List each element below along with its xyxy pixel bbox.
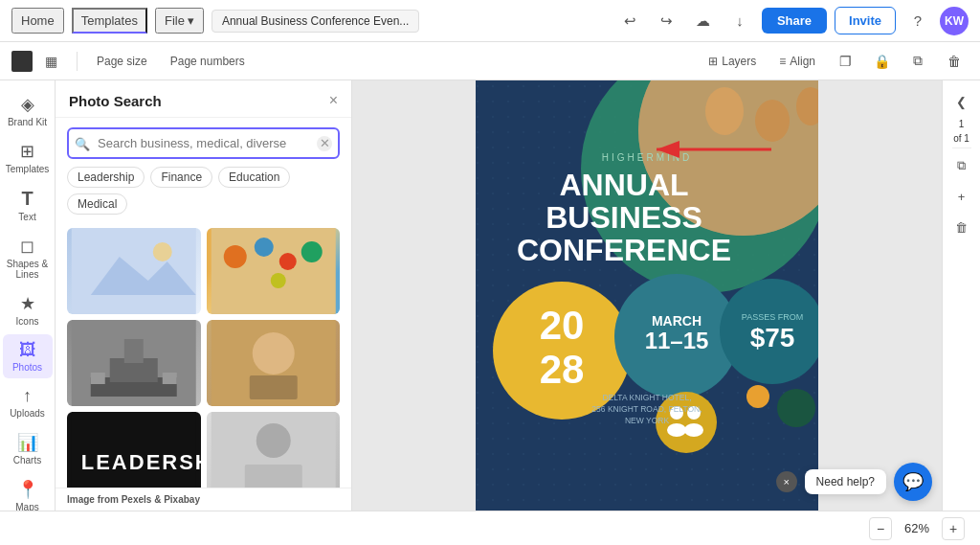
sidebar-item-maps[interactable]: 📍 Maps [3, 473, 53, 511]
topbar: Home Templates File ▾ Annual Business Co… [0, 0, 980, 42]
page-size-button[interactable]: Page size [89, 51, 155, 72]
svg-rect-14 [163, 373, 177, 384]
svg-text:20: 20 [540, 303, 585, 348]
toolbar2-left: ▦ [11, 47, 65, 76]
sidebar-item-templates[interactable]: ⊞ Templates [3, 135, 53, 180]
search-input[interactable] [67, 127, 340, 159]
svg-rect-3 [211, 228, 335, 314]
svg-text:28: 28 [540, 347, 585, 392]
brand-kit-icon: ◈ [21, 94, 34, 115]
svg-point-8 [270, 273, 285, 288]
topbar-left: Home Templates File ▾ Annual Business Co… [11, 8, 419, 34]
svg-point-16 [252, 332, 294, 375]
help-chat-button[interactable]: 💬 [894, 463, 932, 501]
help-close-button[interactable]: × [776, 471, 797, 492]
svg-point-5 [254, 238, 273, 257]
clear-search-icon[interactable]: ✕ [317, 136, 332, 151]
right-add-button[interactable]: + [948, 183, 975, 210]
help-bubble: × Need help? 💬 [776, 463, 932, 501]
sidebar-label-maps: Maps [15, 502, 38, 511]
sidebar-item-shapes[interactable]: ◻ Shapes & Lines [3, 230, 53, 285]
right-delete-button[interactable]: 🗑 [948, 214, 975, 240]
templates-icon: ⊞ [20, 141, 34, 162]
lock-button[interactable]: 🔒 [867, 47, 896, 76]
file-menu[interactable]: File ▾ [155, 8, 204, 34]
svg-rect-17 [249, 375, 297, 399]
right-copy-button[interactable]: ⧉ [948, 152, 975, 179]
sidebar-item-icons[interactable]: ★ Icons [3, 287, 53, 332]
bottombar: − 62% + [0, 511, 980, 545]
duplicate-button[interactable]: ⧉ [903, 47, 932, 76]
tag-medical[interactable]: Medical [67, 193, 127, 215]
share-button[interactable]: Share [762, 8, 827, 34]
photo-thumb-5[interactable]: LEADERSHIP [67, 412, 201, 488]
photo-thumb-2[interactable] [207, 228, 341, 314]
svg-text:MARCH: MARCH [652, 313, 702, 329]
tag-education[interactable]: Education [218, 167, 290, 188]
sidebar-item-text[interactable]: T Text [3, 182, 53, 228]
svg-text:ANNUAL: ANNUAL [559, 168, 688, 202]
zoom-out-button[interactable]: − [869, 517, 892, 540]
photo-panel-close-button[interactable]: × [329, 92, 338, 109]
sidebar-icons: ◈ Brand Kit ⊞ Templates T Text ◻ Shapes … [0, 80, 56, 511]
help-button[interactable]: ? [903, 7, 932, 35]
redo-button[interactable]: ↪ [653, 7, 681, 35]
topbar-actions: ↩ ↪ ☁ ↓ Share Invite ? KW [616, 7, 969, 35]
invite-button[interactable]: Invite [835, 7, 896, 34]
svg-text:11–15: 11–15 [645, 328, 709, 353]
document-name[interactable]: Annual Business Conference Even... [212, 10, 419, 33]
templates-tab[interactable]: Templates [72, 8, 147, 34]
avatar[interactable]: KW [940, 7, 969, 35]
sidebar-item-photos[interactable]: 🖼 Photos [3, 334, 53, 378]
sidebar-label-shapes: Shapes & Lines [7, 259, 49, 280]
svg-point-43 [755, 100, 790, 142]
poster-document[interactable]: HIGHERMIND ANNUAL BUSINESS CONFERENCE 20… [476, 80, 818, 511]
color-swatch[interactable] [11, 51, 33, 72]
sidebar-label-text: Text [18, 212, 35, 222]
collapse-button[interactable]: ❮ [948, 88, 975, 115]
photo-panel-header: Photo Search × [56, 80, 351, 118]
sidebar-item-brand-kit[interactable]: ◈ Brand Kit [3, 88, 53, 133]
photo-grid: LEADERSHIP [56, 222, 351, 488]
sidebar-item-uploads[interactable]: ↑ Uploads [3, 380, 53, 424]
right-panel-divider [952, 148, 971, 148]
charts-icon: 📊 [17, 432, 38, 453]
copy-style-button[interactable]: ❐ [831, 47, 859, 76]
photo-thumb-4[interactable] [207, 320, 341, 406]
photo-credits: Image from Pexels & Pixabay [56, 488, 351, 511]
svg-text:HIGHERMIND: HIGHERMIND [602, 152, 692, 163]
photo-thumb-3[interactable] [67, 320, 201, 406]
cloud-save-button[interactable]: ☁ [689, 7, 718, 35]
svg-text:256 KNIGHT ROAD, FELTON,: 256 KNIGHT ROAD, FELTON, [591, 404, 702, 414]
layers-button[interactable]: ⊞ Layers [701, 51, 764, 72]
align-button[interactable]: ≡ Align [771, 51, 823, 72]
photo-thumb-1[interactable] [67, 228, 201, 314]
zoom-in-button[interactable]: + [942, 517, 965, 540]
sidebar-item-charts[interactable]: 📊 Charts [3, 426, 53, 471]
help-text: Need help? [805, 469, 886, 494]
undo-button[interactable]: ↩ [616, 7, 645, 35]
tag-leadership[interactable]: Leadership [67, 167, 145, 188]
page-numbers-button[interactable]: Page numbers [163, 51, 253, 72]
svg-text:$75: $75 [750, 323, 795, 352]
download-button[interactable]: ↓ [725, 7, 754, 35]
delete-button[interactable]: 🗑 [940, 47, 969, 76]
svg-point-58 [746, 385, 769, 408]
svg-point-2 [153, 242, 172, 261]
svg-point-6 [278, 253, 296, 270]
photo-thumb-6[interactable] [207, 412, 341, 488]
svg-point-59 [777, 389, 815, 427]
sidebar-label-templates: Templates [6, 164, 50, 174]
svg-text:CONFERENCE: CONFERENCE [517, 233, 731, 267]
pattern-button[interactable]: ▦ [36, 47, 65, 76]
home-tab[interactable]: Home [11, 8, 64, 34]
search-box: 🔍 ✕ [67, 127, 340, 159]
tag-list: Leadership Finance Education Medical [56, 167, 351, 222]
sidebar-label-charts: Charts [13, 455, 41, 466]
secondary-toolbar: ▦ Page size Page numbers ⊞ Layers ≡ Alig… [0, 42, 980, 80]
canvas-area[interactable]: HIGHERMIND ANNUAL BUSINESS CONFERENCE 20… [352, 80, 942, 511]
photo-search-panel: Photo Search × 🔍 ✕ Leadership Finance Ed… [56, 80, 352, 511]
tag-finance[interactable]: Finance [150, 167, 212, 188]
svg-rect-13 [91, 373, 105, 384]
svg-text:PASSES FROM: PASSES FROM [742, 312, 803, 322]
